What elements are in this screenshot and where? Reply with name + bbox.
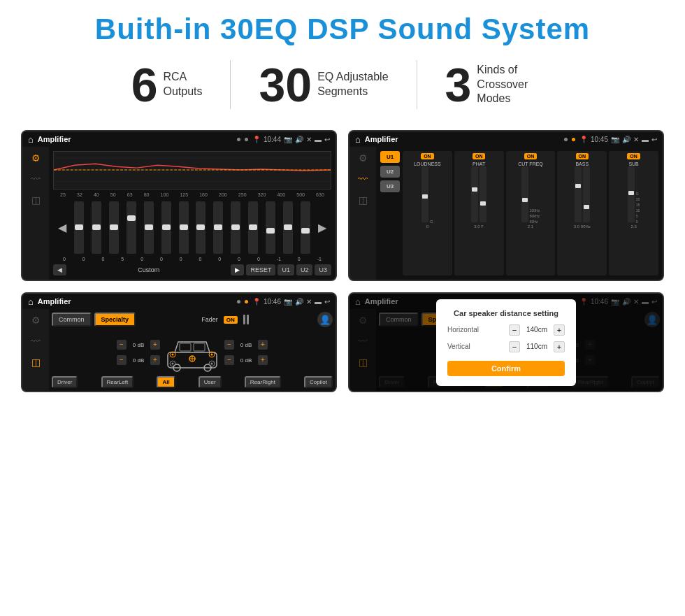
plus-tr[interactable]: + [258,340,268,350]
left-arrow-eq[interactable]: ◀ [58,221,66,234]
u1-preset[interactable]: U1 [380,151,400,163]
home-icon-1[interactable]: ⌂ [28,134,34,145]
profile-icon-3[interactable]: 👤 [317,312,333,327]
location-icon-3: 📍 [252,298,261,306]
volume-icon-1: 🔊 [295,136,303,143]
minimize-icon-2: ▬ [642,136,649,143]
cutfreq-on[interactable]: ON [524,153,538,159]
sub-on[interactable]: ON [627,153,640,159]
sub-freqs: G 20 15 10 5 0 [636,192,640,224]
loudness-slider-g[interactable] [421,166,428,222]
vertical-plus[interactable]: + [554,341,565,352]
db-control-tr: − 0 dB + [224,340,268,350]
vol-icon-1[interactable]: ◫ [31,194,41,206]
user-btn[interactable]: User [199,376,222,388]
eq-slider-4[interactable] [127,201,136,254]
loudness-on[interactable]: ON [421,153,434,159]
u3-btn[interactable]: U3 [315,264,331,275]
rearright-btn[interactable]: RearRight [245,376,281,388]
status-dot-2a [564,138,568,141]
minus-tr[interactable]: − [224,340,234,350]
vol-icon-2[interactable]: ◫ [359,194,368,206]
phat-on[interactable]: ON [473,153,486,159]
phat-slider-1[interactable] [471,166,478,222]
common-tab[interactable]: Common [52,313,92,327]
status-bar-3: ⌂ Amplifier 📍 10:46 📷 🔊 ✕ ▬ ↩ [22,294,336,309]
minus-bl[interactable]: − [117,355,127,365]
play-btn[interactable]: ▶ [231,264,244,275]
minus-tl[interactable]: − [117,340,127,350]
eq-icon-2[interactable]: ⚙ [359,152,368,164]
vertical-minus[interactable]: − [509,341,520,352]
crossover-footer: Driver RearLeft All User RearRight Copil… [52,376,333,388]
driver-btn[interactable]: Driver [52,376,78,388]
eq-slider-5[interactable] [144,201,154,254]
svg-rect-4 [180,343,191,351]
bass-slider-g[interactable] [583,166,590,222]
eq-slider-9[interactable] [213,201,223,254]
u1-btn[interactable]: U1 [277,264,294,275]
eq-slider-10[interactable] [231,201,240,254]
phat-slider-2[interactable] [480,166,486,222]
copilot-btn[interactable]: Copilot [304,376,333,388]
left-sidebar-2: ⚙ 〰 ◫ [349,147,376,280]
horizontal-minus[interactable]: − [509,324,520,336]
eq-slider-3[interactable] [109,201,119,254]
time-1: 10:44 [264,136,281,143]
car-diagram: − 0 dB + − 0 dB + [52,331,333,373]
camera-icon-2: 📷 [611,136,619,143]
back-icon-3[interactable]: ↩ [324,298,330,306]
app-title-1: Amplifier [38,135,233,143]
eq-controls: ◀ Custom ▶ RESET U1 U2 U3 [53,264,331,275]
horizontal-value: 140cm [523,326,551,334]
eq-slider-13[interactable] [283,201,293,254]
eq-slider-11[interactable] [248,201,258,254]
minus-br[interactable]: − [224,355,234,365]
eq-slider-7[interactable] [179,201,189,254]
eq-slider-6[interactable] [161,201,171,254]
bass-on[interactable]: ON [576,153,589,159]
eq-values: 0005000 0000-10-1 [53,257,331,262]
sub-slider[interactable] [628,166,635,222]
eq-icon-3[interactable]: ⚙ [31,315,41,326]
right-arrow-eq[interactable]: ▶ [318,221,326,234]
u3-preset[interactable]: U3 [380,180,400,192]
cutfreq-slider[interactable] [521,166,528,222]
eq-slider-12[interactable] [266,201,275,254]
bass-slider-f[interactable] [575,166,582,222]
stat-number-crossover: 3 [445,61,472,108]
eq-slider-1[interactable] [74,201,84,254]
rearleft-btn[interactable]: RearLeft [101,376,134,388]
plus-br[interactable]: + [258,355,268,365]
eq-icon-1[interactable]: ⚙ [31,152,41,164]
u2-btn[interactable]: U2 [296,264,313,275]
prev-btn[interactable]: ◀ [53,264,66,275]
stat-text-eq: EQ Adjustable Segments [317,70,388,99]
vol-icon-3[interactable]: ◫ [31,357,41,368]
db-br: 0 dB [236,357,256,364]
home-icon-2[interactable]: ⌂ [355,134,361,145]
car-body [164,331,220,373]
wave-icon-2[interactable]: 〰 [358,173,368,185]
main-content-eq: 2532405063 80100125160200 25032040050063… [49,147,336,280]
confirm-button[interactable]: Confirm [447,361,565,376]
back-icon-1[interactable]: ↩ [324,136,330,143]
home-icon-3[interactable]: ⌂ [28,296,34,307]
plus-bl[interactable]: + [150,355,160,365]
back-icon-2[interactable]: ↩ [651,136,657,143]
stat-number-eq: 30 [259,61,312,108]
eq-slider-14[interactable] [301,201,310,254]
eq-slider-8[interactable] [196,201,206,254]
horizontal-plus[interactable]: + [554,324,565,336]
loudness-value: 0 [426,224,428,229]
plus-tl[interactable]: + [150,340,160,350]
eq-slider-2[interactable] [92,201,101,254]
fader-on[interactable]: ON [224,316,238,324]
specialty-tab[interactable]: Specialty [94,313,136,327]
u2-preset[interactable]: U2 [380,166,400,178]
amp-channels: ON LOUDNESS G 0 [403,151,658,275]
reset-btn[interactable]: RESET [246,264,275,275]
all-btn[interactable]: All [157,376,175,388]
wave-icon-1[interactable]: 〰 [31,173,41,185]
wave-icon-3[interactable]: 〰 [31,336,41,347]
